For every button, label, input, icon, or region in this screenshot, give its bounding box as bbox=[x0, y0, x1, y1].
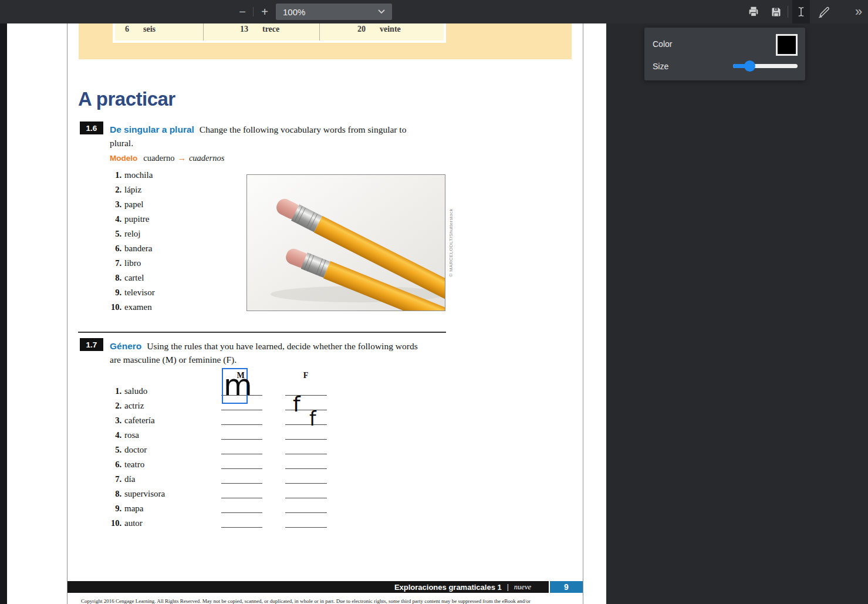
item-number: 7. bbox=[94, 472, 121, 487]
footer-separator: | bbox=[507, 583, 509, 591]
page-edge-line bbox=[583, 23, 583, 604]
annotation-letter-f-1[interactable]: f bbox=[293, 394, 300, 415]
color-swatch[interactable] bbox=[776, 34, 798, 56]
answer-blank-m[interactable] bbox=[221, 517, 262, 528]
item-number: 5. bbox=[94, 229, 121, 239]
footer-page-word: nueve bbox=[514, 583, 531, 592]
color-label: Color bbox=[653, 39, 672, 49]
item-text: doctor bbox=[124, 445, 147, 454]
save-icon bbox=[770, 6, 782, 18]
answer-blank-f[interactable] bbox=[285, 443, 327, 454]
annotation-letter-m[interactable]: m bbox=[224, 370, 251, 400]
cell-number: 6 bbox=[115, 25, 129, 34]
item-text: lápiz bbox=[124, 185, 141, 195]
item-number: 6. bbox=[94, 244, 121, 254]
item-text: supervisora bbox=[124, 489, 165, 498]
item-number: 9. bbox=[94, 501, 121, 516]
list-item: 1.mochila bbox=[94, 168, 258, 183]
item-number: 8. bbox=[94, 487, 121, 501]
zoom-out-button[interactable]: − bbox=[234, 0, 251, 23]
answer-blank-m[interactable] bbox=[221, 414, 262, 425]
answer-blank-f[interactable] bbox=[285, 517, 327, 528]
answer-blank-f[interactable] bbox=[285, 428, 327, 440]
print-button[interactable] bbox=[744, 0, 763, 23]
text-annotation-box[interactable]: m bbox=[222, 368, 248, 404]
item-number: 10. bbox=[94, 302, 121, 312]
chevron-down-icon bbox=[378, 9, 385, 14]
modelo-answer: cuadernos bbox=[189, 153, 224, 163]
exercise-instructions: De singular a pluralChange the following… bbox=[110, 123, 447, 150]
cell-number: 20 bbox=[320, 25, 366, 34]
item-text: televisor bbox=[124, 288, 155, 298]
save-button[interactable] bbox=[766, 0, 785, 23]
answer-blank-m[interactable] bbox=[221, 458, 262, 469]
pen-tool-button[interactable] bbox=[815, 0, 833, 23]
zoom-in-button[interactable]: + bbox=[256, 0, 273, 23]
item-number: 2. bbox=[94, 185, 121, 195]
answer-blank-m[interactable] bbox=[221, 428, 262, 440]
list-item: 3.papel bbox=[94, 197, 258, 212]
modelo-source: cuaderno bbox=[143, 153, 174, 163]
answer-blank-f[interactable] bbox=[285, 487, 327, 498]
list-item: 5.doctor bbox=[94, 443, 329, 457]
answer-blank-f[interactable] bbox=[285, 399, 327, 410]
list-item: 6.teatro bbox=[94, 457, 329, 472]
answer-blank-f[interactable] bbox=[285, 502, 327, 513]
item-number: 4. bbox=[94, 428, 121, 443]
list-item: 4.rosa bbox=[94, 428, 329, 443]
answer-blank-m[interactable] bbox=[221, 443, 262, 454]
instruction-text: are masculine (M) or feminine (F). bbox=[110, 355, 237, 365]
table-cell: 6seis bbox=[115, 23, 204, 41]
list-item: 9.mapa bbox=[94, 501, 329, 516]
item-number: 4. bbox=[94, 214, 121, 224]
pencils-photo bbox=[246, 174, 445, 311]
section-divider bbox=[78, 332, 446, 333]
item-number: 10. bbox=[94, 516, 121, 531]
list-item: 4.pupitre bbox=[94, 212, 258, 227]
item-text: autor bbox=[124, 518, 143, 528]
answer-blank-m[interactable] bbox=[221, 473, 262, 484]
annotation-letter-f-2[interactable]: f bbox=[309, 409, 316, 428]
answer-blank-f[interactable] bbox=[285, 414, 327, 425]
cell-word: trece bbox=[262, 25, 279, 34]
size-slider-handle[interactable] bbox=[744, 60, 755, 72]
modelo-label: Modelo bbox=[110, 154, 137, 163]
answer-blank-m[interactable] bbox=[221, 502, 262, 513]
zoom-level-dropdown[interactable]: 100% bbox=[276, 4, 392, 20]
footer-page-number: 9 bbox=[550, 581, 583, 593]
list-item: 7.libro bbox=[94, 256, 258, 271]
footer-book-title: Exploraciones gramaticales 1 bbox=[394, 583, 502, 592]
answer-blank-f[interactable] bbox=[285, 473, 327, 484]
expand-tools-button[interactable]: » bbox=[850, 0, 867, 23]
toolbar-divider bbox=[253, 7, 254, 16]
item-text: saludo bbox=[124, 386, 147, 396]
photo-credit: © MARCELODLT/Shutterstock bbox=[446, 174, 455, 311]
text-tool-button[interactable] bbox=[792, 0, 810, 23]
item-text: examen bbox=[124, 302, 152, 312]
item-text: reloj bbox=[124, 229, 141, 239]
exercise-badge: 1.6 bbox=[80, 122, 103, 134]
answer-blank-f[interactable] bbox=[285, 384, 327, 396]
item-number: 7. bbox=[94, 258, 121, 268]
pen-icon bbox=[818, 5, 831, 19]
list-item: 9.televisor bbox=[94, 285, 258, 300]
list-item: 10.examen bbox=[94, 300, 258, 315]
item-text: mochila bbox=[124, 170, 153, 180]
item-text: actriz bbox=[124, 401, 144, 410]
item-number: 1. bbox=[94, 384, 121, 399]
answer-blank-f[interactable] bbox=[285, 458, 327, 469]
table-cell: 13trece bbox=[204, 23, 320, 41]
print-icon bbox=[747, 5, 760, 18]
size-slider[interactable] bbox=[733, 64, 798, 68]
table-cell: 20veinte bbox=[320, 23, 444, 41]
cell-word: seis bbox=[143, 25, 156, 34]
viewer-left-edge bbox=[0, 23, 7, 604]
item-text: libro bbox=[124, 258, 141, 268]
exercise-badge: 1.7 bbox=[80, 338, 103, 351]
instruction-text: plural. bbox=[110, 138, 133, 148]
item-number: 2. bbox=[94, 399, 121, 413]
size-label: Size bbox=[653, 62, 668, 71]
list-item: 5.reloj bbox=[94, 227, 258, 241]
text-tool-options-panel: Color Size bbox=[644, 28, 805, 80]
answer-blank-m[interactable] bbox=[221, 487, 262, 498]
